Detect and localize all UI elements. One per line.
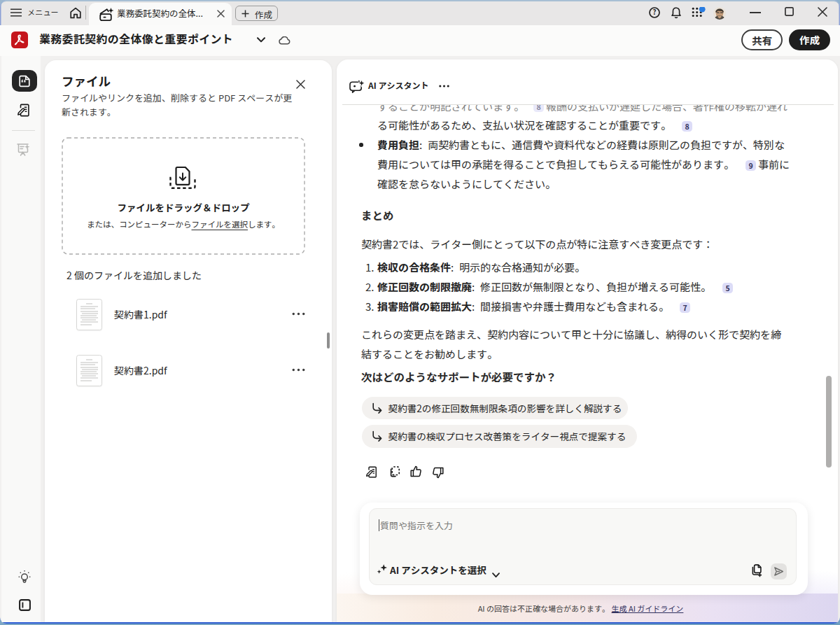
svg-text:?: ? bbox=[653, 7, 657, 17]
